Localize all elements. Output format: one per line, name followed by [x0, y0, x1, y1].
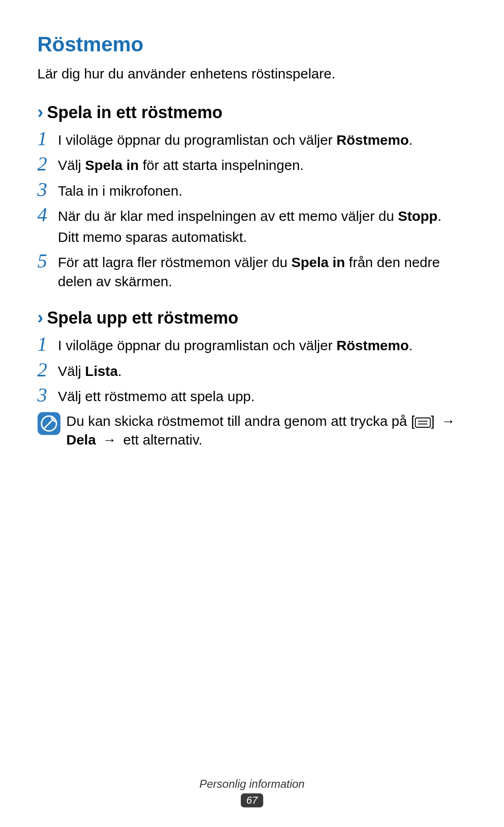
text-frag: .: [409, 132, 413, 148]
step-text: Tala in i mikrofonen.: [58, 180, 182, 201]
text-frag: .: [409, 338, 413, 353]
step-text: I viloläge öppnar du programlistan och v…: [58, 334, 413, 355]
step-number: 4: [37, 205, 58, 225]
text-frag: ett alternativ.: [119, 432, 203, 447]
step-text: Välj ett röstmemo att spela upp.: [58, 385, 255, 406]
step-text: I viloläge öppnar du programlistan och v…: [58, 129, 413, 150]
step-item: 1 I viloläge öppnar du programlistan och…: [37, 334, 467, 355]
step-item: 1 I viloläge öppnar du programlistan och…: [37, 129, 467, 150]
step-number: 1: [37, 129, 58, 148]
text-frag: När du är klar med inspelningen av ett m…: [58, 208, 398, 224]
text-frag: Välj: [58, 157, 85, 173]
text-bold: Röstmemo: [336, 132, 409, 148]
text-bold: Spela in: [85, 157, 139, 173]
section-title: Spela in ett röstmemo: [47, 103, 223, 122]
section-record: › Spela in ett röstmemo 1 I viloläge öpp…: [37, 102, 467, 291]
step-text: När du är klar med inspelningen av ett m…: [58, 205, 441, 247]
step-number: 1: [37, 334, 58, 354]
footer-section-label: Personlig information: [0, 778, 504, 791]
text-bold: Spela in: [291, 254, 345, 270]
step-number: 3: [37, 385, 58, 405]
step-item: 5 För att lagra fler röstmemon väljer du…: [37, 251, 467, 291]
step-number: 3: [37, 180, 58, 199]
note-row: Du kan skicka röstmemot till andra genom…: [37, 411, 467, 450]
section-heading: › Spela in ett röstmemo: [37, 102, 467, 122]
text-frag: .: [118, 363, 121, 379]
step-item: 2 Välj Lista.: [37, 360, 467, 381]
note-text: Du kan skicka röstmemot till andra genom…: [66, 411, 467, 450]
step-text: För att lagra fler röstmemon väljer du S…: [58, 251, 467, 291]
step-subtext: Ditt memo sparas automatiskt.: [58, 228, 441, 247]
intro-text: Lär dig hur du använder enhetens röstins…: [37, 64, 467, 84]
page-footer: Personlig information 67: [0, 778, 504, 807]
text-frag: För att lagra fler röstmemon väljer du: [58, 254, 291, 270]
step-text: Välj Spela in för att starta inspelninge…: [58, 154, 304, 175]
text-bold: Röstmemo: [336, 338, 409, 353]
section-heading: › Spela upp ett röstmemo: [37, 308, 467, 328]
text-frag: för att starta inspelningen.: [139, 157, 304, 173]
page-number-badge: 67: [241, 793, 263, 807]
text-bold: Stopp: [398, 208, 438, 224]
svg-rect-3: [415, 418, 430, 427]
step-number: 2: [37, 360, 58, 380]
step-item: 4 När du är klar med inspelningen av ett…: [37, 205, 467, 247]
section-play: › Spela upp ett röstmemo 1 I viloläge öp…: [37, 308, 467, 450]
text-frag: Välj: [58, 363, 85, 379]
note-icon: [37, 412, 61, 435]
section-title: Spela upp ett röstmemo: [47, 308, 238, 328]
step-number: 2: [37, 154, 58, 174]
text-bold: Dela: [66, 432, 96, 447]
step-text: Välj Lista.: [58, 360, 122, 381]
arrow-icon: →: [103, 431, 117, 450]
text-frag: I viloläge öppnar du programlistan och v…: [58, 132, 336, 148]
arrow-icon: →: [441, 412, 455, 431]
document-page: Röstmemo Lär dig hur du använder enheten…: [0, 0, 504, 827]
chevron-right-icon: ›: [37, 308, 43, 328]
text-frag: ]: [431, 413, 439, 429]
text-frag: Du kan skicka röstmemot till andra genom…: [66, 413, 415, 429]
menu-key-icon: [415, 417, 431, 428]
page-title: Röstmemo: [37, 33, 467, 56]
step-item: 2 Välj Spela in för att starta inspelnin…: [37, 154, 467, 175]
step-item: 3 Tala in i mikrofonen.: [37, 180, 467, 201]
text-bold: Lista: [85, 363, 118, 379]
step-number: 5: [37, 251, 58, 271]
chevron-right-icon: ›: [37, 102, 43, 122]
text-frag: I viloläge öppnar du programlistan och v…: [58, 338, 336, 353]
step-item: 3 Välj ett röstmemo att spela upp.: [37, 385, 467, 406]
text-frag: .: [438, 208, 441, 224]
